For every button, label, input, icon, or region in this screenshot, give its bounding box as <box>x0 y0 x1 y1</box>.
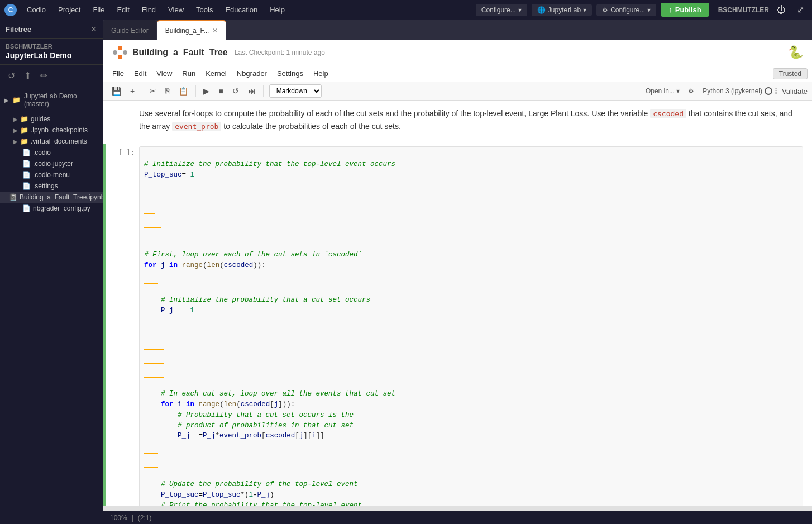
add-cell-button[interactable]: + <box>126 84 138 98</box>
sidebar-header: Filetree ✕ <box>0 20 103 39</box>
jmenu-nbgrader[interactable]: Nbgrader <box>232 68 271 79</box>
menu-tools[interactable]: Tools <box>190 3 218 16</box>
menu-edit[interactable]: Edit <box>111 3 135 16</box>
chevron-down-icon-2: ▾ <box>583 6 586 14</box>
horizontal-scrollbar[interactable] <box>103 506 812 511</box>
code-cscoded: cscoded <box>650 109 686 118</box>
jmenu-settings[interactable]: Settings <box>273 68 308 79</box>
tab-guide-editor-label: Guide Editor <box>111 27 149 35</box>
jupyterlab-label: JupyterLab <box>548 6 581 14</box>
menu-view[interactable]: View <box>163 3 189 16</box>
tab-building-fault-tree[interactable]: Building_a_F... ✕ <box>157 20 226 40</box>
checkpoints-label: .ipynb_checkpoints <box>31 126 88 134</box>
sidebar-item-virtual-docs[interactable]: ▶ 📁 .virtual_documents <box>0 136 103 147</box>
sidebar-username: BSCHMUTZLER <box>6 43 97 50</box>
restart-button[interactable]: ↺ <box>228 84 243 98</box>
stop-button[interactable]: ■ <box>214 84 227 98</box>
sidebar-item-codio[interactable]: 📄 .codio <box>0 147 103 158</box>
power-icon[interactable]: ⏻ <box>773 3 789 17</box>
svg-point-3 <box>123 50 127 55</box>
main-area: Filetree ✕ BSCHMUTZLER JupyterLab Demo ↺… <box>0 20 812 524</box>
sidebar-close-button[interactable]: ✕ <box>90 25 97 34</box>
tab-guide-editor[interactable]: Guide Editor <box>103 20 156 40</box>
chevron-down-icon-3: ▾ <box>647 6 651 14</box>
edit-icon[interactable]: ✏ <box>38 69 50 82</box>
settings-gear-icon[interactable]: ⚙ <box>684 85 698 97</box>
copy-button[interactable]: ⎘ <box>161 84 174 98</box>
python-logo-icon: 🐍 <box>788 45 803 60</box>
sidebar-item-settings[interactable]: 📄 .settings <box>0 180 103 192</box>
jupyterlab-button[interactable]: 🌐 JupyterLab ▾ <box>532 4 592 16</box>
configure-button-2[interactable]: ⚙ Configure... ▾ <box>596 4 656 16</box>
sidebar-item-ipynb-checkpoints[interactable]: ▶ 📁 .ipynb_checkpoints <box>0 125 103 136</box>
configure-button-1[interactable]: Configure... ▾ <box>476 4 527 16</box>
kernel-dots-icon: ⁞ <box>775 86 777 97</box>
toolbar-separator-3 <box>263 85 264 97</box>
sidebar-item-codio-menu[interactable]: 📄 .codio-menu <box>0 169 103 180</box>
restart-run-button[interactable]: ⏭ <box>244 84 260 98</box>
open-in-button[interactable]: Open in... ▾ <box>646 87 680 95</box>
arrow-icon: ▶ <box>4 97 9 103</box>
jmenu-file[interactable]: File <box>108 68 128 79</box>
save-button[interactable]: 💾 <box>108 84 125 98</box>
guides-label: guides <box>31 115 50 123</box>
code-cell: [ ]: # Initialize the probability that t… <box>106 144 812 506</box>
filetree-title: Filetree <box>6 25 31 34</box>
kernel-info: Python 3 (ipykernel) ⁞ <box>703 86 777 97</box>
jmenu-help[interactable]: Help <box>309 68 333 79</box>
kernel-name: Python 3 (ipykernel) <box>703 87 762 95</box>
settings-icon: ⚙ <box>602 6 608 14</box>
folder-icon-guides: 📁 <box>20 115 28 123</box>
cursor-position: (2:1) <box>138 514 152 522</box>
notebook-content: Use several for-loops to compute the pro… <box>103 101 812 506</box>
menu-project[interactable]: Project <box>52 3 86 16</box>
sidebar-project: JupyterLab Demo <box>6 51 97 60</box>
file-tree: ▶ 📁 JupyterLab Demo (master) ▶ 📁 guides … <box>0 87 103 524</box>
zoom-level: 100% <box>110 514 127 522</box>
tab-close-icon[interactable]: ✕ <box>212 27 218 35</box>
code-cell-container: [ ]: # Initialize the probability that t… <box>103 144 812 506</box>
chevron-down-icon-1: ▾ <box>518 6 522 14</box>
file-icon-settings: 📄 <box>22 182 31 190</box>
jmenu-edit[interactable]: Edit <box>130 68 151 79</box>
code-event-prob: event_prob <box>172 122 221 131</box>
menu-education[interactable]: Education <box>219 3 263 16</box>
configure-label-1: Configure... <box>481 6 516 14</box>
jmenu-kernel[interactable]: Kernel <box>201 68 231 79</box>
publish-label: Publish <box>675 6 701 14</box>
jmenu-view[interactable]: View <box>152 68 176 79</box>
status-bar: 100% | (2:1) <box>103 511 812 524</box>
folder-icon-checkpoints: 📁 <box>20 126 28 134</box>
jmenu-run[interactable]: Run <box>178 68 200 79</box>
publish-button[interactable]: Publish <box>661 3 709 17</box>
cell-code-content[interactable]: # Initialize the probability that the to… <box>139 146 803 506</box>
sidebar-item-codio-jupyter[interactable]: 📄 .codio-jupyter <box>0 158 103 169</box>
jupyter-menu: File Edit View Run Kernel Nbgrader Setti… <box>103 65 812 82</box>
cell-type-selector[interactable]: Markdown Code Raw <box>269 84 322 98</box>
jupyter-logo <box>112 45 128 60</box>
sidebar-item-nbgrader-config[interactable]: 📄 nbgrader_config.py <box>0 203 103 214</box>
globe-icon: 🌐 <box>537 6 546 14</box>
username-display: BSCHMUTZLER <box>718 6 769 14</box>
refresh-icon[interactable]: ↺ <box>6 69 17 82</box>
folder-icon: 📁 <box>12 96 21 104</box>
top-menu-bar: C Codio Project File Edit Find View Tool… <box>0 0 812 20</box>
upload-icon[interactable]: ⬆ <box>22 69 34 82</box>
trusted-badge[interactable]: Trusted <box>773 68 808 79</box>
editor-area: Guide Editor Building_a_F... ✕ Building_… <box>103 20 812 524</box>
menu-file[interactable]: File <box>87 3 110 16</box>
menu-find[interactable]: Find <box>136 3 161 16</box>
cut-button[interactable]: ✂ <box>146 84 160 98</box>
file-icon-fault-tree: 📓 <box>9 193 17 201</box>
menu-help[interactable]: Help <box>264 3 290 16</box>
tree-root-item[interactable]: ▶ 📁 JupyterLab Demo (master) <box>0 89 103 111</box>
sidebar-item-fault-tree[interactable]: 📓 Building_a_Fault_Tree.ipynb <box>0 192 103 203</box>
markdown-text: Use several for-loops to compute the pro… <box>139 107 801 133</box>
sidebar-item-guides[interactable]: ▶ 📁 guides <box>0 113 103 125</box>
run-button[interactable]: ▶ <box>199 84 213 98</box>
paste-button[interactable]: 📋 <box>175 84 192 98</box>
expand-icon[interactable]: ⤢ <box>794 2 808 17</box>
file-icon-codio-jupyter: 📄 <box>22 160 31 168</box>
menu-codio[interactable]: Codio <box>21 3 51 16</box>
validate-button[interactable]: Validate <box>782 87 808 96</box>
